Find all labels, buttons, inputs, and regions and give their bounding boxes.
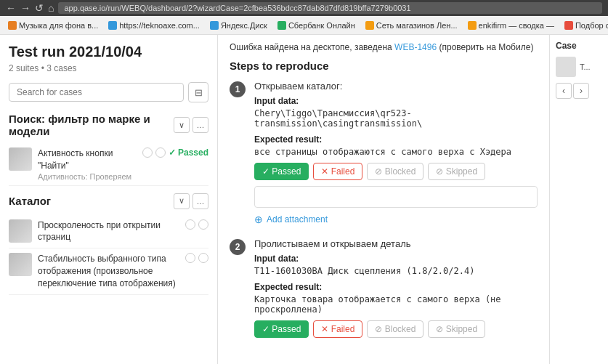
- step-2-failed-button[interactable]: ✕ Failed: [313, 320, 362, 338]
- nav-next-button[interactable]: ›: [573, 83, 589, 99]
- bookmark-icon-music: [8, 21, 17, 30]
- back-button[interactable]: ←: [6, 2, 16, 14]
- error-link[interactable]: WEB-1496: [394, 42, 437, 52]
- bookmarks-bar: Музыка для фона в... https://teknoaxe.co…: [0, 16, 608, 35]
- step-2: 2 Пролистываем и открываем деталь Input …: [230, 238, 538, 344]
- step-1-expected-value: все страницы отображаются с самого верха…: [254, 147, 538, 157]
- suite-2-header: Каталог ∨ …: [9, 193, 208, 209]
- test-case-info-2: Проскроленость при открытии страниц: [38, 219, 179, 244]
- step-1-comment-box[interactable]: [254, 186, 538, 208]
- add-attachment-icon-1: ⊕: [254, 214, 263, 225]
- search-input[interactable]: [9, 83, 184, 102]
- bookmark-set[interactable]: Сеть магазинов Лен...: [362, 20, 461, 31]
- right-case-info-1: T...: [580, 62, 591, 71]
- right-case-item-1[interactable]: T...: [556, 57, 602, 77]
- error-text: Ошибка найдена на десктопе, заведена WEB…: [230, 42, 538, 52]
- error-prefix: Ошибка найдена на десктопе, заведена: [230, 42, 394, 52]
- status-radio-2a[interactable]: [185, 219, 195, 230]
- run-subtitle: 2 suites • 3 cases: [9, 63, 208, 73]
- bookmark-label-teknoaxe: https://teknoaxe.com...: [119, 21, 200, 30]
- suite-2-more-button[interactable]: …: [192, 193, 208, 209]
- step-2-skipped-button[interactable]: ⊘ Skipped: [428, 320, 485, 338]
- left-sidebar: Test run 2021/10/04 2 suites • 3 cases ⊟…: [0, 35, 218, 364]
- url-bar[interactable]: app.qase.io/run/WEBQ/dashboard/2?wizardC…: [58, 2, 602, 14]
- step-1-skipped-button[interactable]: ⊘ Skipped: [428, 163, 485, 180]
- bookmark-sber[interactable]: Сбербанк Онлайн: [274, 20, 359, 31]
- test-case-thumb-1: [9, 147, 32, 171]
- right-case-thumb-1: [556, 57, 576, 77]
- bookmark-label-sber: Сбербанк Онлайн: [288, 21, 355, 30]
- browser-chrome: ← → ↺ ⌂ app.qase.io/run/WEBQ/dashboard/2…: [0, 0, 608, 16]
- step-1-content: Открываем каталог: Input data: Chery\Tig…: [254, 81, 538, 225]
- step-1-blocked-button[interactable]: ⊘ Blocked: [367, 163, 423, 180]
- filter-button[interactable]: ⊟: [188, 82, 208, 102]
- error-suffix: (проверить на Мобиле): [439, 42, 533, 52]
- step-1-expected-label: Expected result:: [254, 134, 538, 145]
- step-2-expected-value: Карточка товара отображается с самого ве…: [254, 294, 538, 315]
- test-case-item-2[interactable]: Проскроленость при открытии страниц: [9, 215, 208, 249]
- step-1-input-value: Chery\Tiggo\Трансмиссия\qr523-transmissi…: [254, 108, 538, 129]
- bookmark-words[interactable]: Подбор слов: [561, 20, 608, 31]
- steps-heading: Steps to reproduce: [230, 60, 538, 72]
- test-case-item-3[interactable]: Стабильность выбранного типа отображения…: [9, 248, 208, 294]
- bookmark-yandex[interactable]: Яндекс.Диск: [206, 20, 271, 31]
- step-1-failed-button[interactable]: ✕ Failed: [313, 163, 362, 180]
- test-case-info-1: Активность кнопки "Найти" Адитивность: П…: [38, 147, 137, 181]
- step-1-add-attachment[interactable]: ⊕ Add attachment: [254, 214, 538, 225]
- test-case-item-1[interactable]: Активность кнопки "Найти" Адитивность: П…: [9, 143, 208, 186]
- url-text: app.qase.io/run/WEBQ/dashboard/2?wizardC…: [64, 4, 410, 12]
- bookmark-icon-sber: [277, 21, 286, 30]
- suite-2-title: Каталог: [9, 195, 51, 207]
- status-radio-3b[interactable]: [198, 253, 208, 263]
- bookmark-icon-teknoaxe: [108, 21, 117, 30]
- status-radio-1a[interactable]: [142, 147, 153, 158]
- step-2-input-value: T11-1601030BA Диск сцепления (1.8/2.0/2.…: [254, 266, 538, 276]
- test-case-thumb-2: [9, 219, 32, 243]
- search-row: ⊟: [9, 82, 208, 102]
- status-radio-2b[interactable]: [198, 219, 208, 230]
- step-1-title: Открываем каталог:: [254, 81, 538, 92]
- step-2-number: 2: [230, 239, 246, 255]
- bookmark-teknoaxe[interactable]: https://teknoaxe.com...: [105, 20, 203, 31]
- step-1: 1 Открываем каталог: Input data: Chery\T…: [230, 81, 538, 225]
- status-radio-3a[interactable]: [185, 253, 195, 263]
- step-2-blocked-button[interactable]: ⊘ Blocked: [367, 320, 423, 338]
- bookmark-icon-set: [365, 21, 374, 30]
- step-1-number: 1: [230, 81, 246, 97]
- nav-prev-button[interactable]: ‹: [556, 83, 572, 99]
- right-panel-nav: ‹ ›: [556, 83, 602, 99]
- reload-button[interactable]: ↺: [35, 2, 44, 14]
- step-2-content: Пролистываем и открываем деталь Input da…: [254, 238, 538, 344]
- bookmark-label-yandex: Яндекс.Диск: [221, 21, 267, 30]
- step-2-passed-button[interactable]: ✓ Passed: [254, 320, 309, 338]
- bookmark-music[interactable]: Музыка для фона в...: [4, 20, 102, 31]
- test-case-thumb-3: [9, 253, 32, 276]
- suite-1-more-button[interactable]: …: [192, 117, 208, 133]
- step-1-passed-button[interactable]: ✓ Passed: [254, 163, 309, 180]
- test-case-name-1: Активность кнопки "Найти": [38, 147, 137, 172]
- suite-2-collapse-button[interactable]: ∨: [174, 193, 190, 209]
- step-1-input-label: Input data:: [254, 96, 538, 106]
- status-radio-1b[interactable]: [155, 147, 166, 158]
- home-button[interactable]: ⌂: [48, 2, 54, 14]
- step-1-actions: ✓ Passed ✕ Failed ⊘ Blocked ⊘ Skipped: [254, 163, 538, 180]
- bookmark-label-set: Сеть магазинов Лен...: [376, 21, 458, 30]
- run-title: Test run 2021/10/04: [9, 44, 208, 60]
- app-layout: Test run 2021/10/04 2 suites • 3 cases ⊟…: [0, 35, 608, 364]
- bookmark-enki[interactable]: enkifirm — сводка —: [464, 20, 558, 31]
- bookmark-label-words: Подбор слов: [575, 21, 608, 30]
- test-case-name-3: Стабильность выбранного типа отображения…: [38, 253, 179, 289]
- suite-1-controls: ∨ …: [174, 117, 208, 133]
- suite-1-collapse-button[interactable]: ∨: [174, 117, 190, 133]
- filter-icon: ⊟: [195, 87, 203, 98]
- passed-check-1: ✓ Passed: [169, 147, 208, 158]
- forward-button[interactable]: →: [20, 2, 31, 14]
- suite-1-title: Поиск: фильтр по марке и модели: [9, 113, 174, 137]
- step-2-title: Пролистываем и открываем деталь: [254, 238, 538, 249]
- suite-1-header: Поиск: фильтр по марке и модели ∨ …: [9, 113, 208, 137]
- bookmark-icon-words: [564, 21, 573, 30]
- test-case-status-1: ✓ Passed: [142, 147, 208, 158]
- step-2-input-label: Input data:: [254, 254, 538, 264]
- suite-2-controls: ∨ …: [174, 193, 208, 209]
- step-2-actions: ✓ Passed ✕ Failed ⊘ Blocked ⊘ Skipped: [254, 320, 538, 338]
